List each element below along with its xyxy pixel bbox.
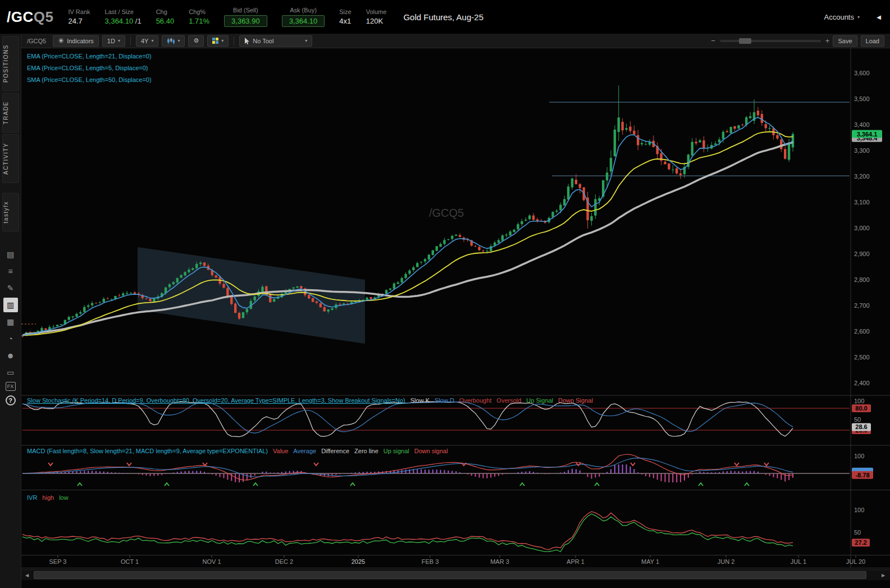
chevron-down-icon: ▾: [221, 38, 223, 43]
symbol-title: /GCQ5: [7, 8, 53, 26]
scrollbar-thumb[interactable]: [34, 571, 866, 579]
left-sidebar: POSITIONS TRADE ACTIVITY tastyfx ▤≡✎▥▦◔☻…: [0, 34, 21, 588]
cursor-icon: [244, 38, 250, 44]
down-signal-arrow: [734, 463, 739, 466]
svg-text:SEP 3: SEP 3: [49, 558, 67, 565]
svg-text:-8.78: -8.78: [855, 472, 869, 478]
svg-text:APR 1: APR 1: [567, 558, 585, 565]
layout-grid-dropdown[interactable]: ▾: [207, 35, 229, 47]
bid-button[interactable]: 3,363.90: [224, 15, 267, 27]
toolbar-divider: [234, 37, 234, 45]
zoom-slider[interactable]: [720, 40, 821, 42]
chevron-down-icon: ▾: [151, 38, 153, 43]
stochastic-label-row: Slow Stochastic (K Period=14, D Period=9…: [27, 397, 593, 404]
up-signal-arrow: [595, 483, 599, 486]
up-signal-arrow: [699, 483, 703, 486]
chart-type-dropdown[interactable]: ▾: [162, 35, 185, 47]
scroll-right-icon[interactable]: ▶: [878, 573, 889, 578]
fx-icon[interactable]: FX: [6, 382, 16, 391]
zoom-out-icon[interactable]: −: [711, 37, 715, 45]
study-label-ivr[interactable]: IVR: [27, 494, 37, 501]
study-label-ema5[interactable]: EMA (Price=CLOSE, Length=5, Displace=0): [27, 65, 148, 71]
study-label-stochastic[interactable]: Slow Stochastic (K Period=14, D Period=9…: [27, 397, 405, 404]
slow-k-line: [22, 402, 793, 436]
field-iv-rank: IV Rank 24.7: [68, 8, 90, 25]
ivr-label-row: IVR highlow: [27, 494, 69, 501]
sidebar-tab-trade[interactable]: TRADE: [2, 93, 19, 133]
svg-text:FEB 3: FEB 3: [422, 558, 439, 565]
svg-text:2,800: 2,800: [854, 276, 870, 283]
down-signal-arrow: [203, 463, 207, 466]
legend-item: Oversold: [496, 397, 521, 404]
drawing-tool-dropdown[interactable]: No Tool ▾: [239, 35, 312, 47]
sidebar-tab-activity[interactable]: ACTIVITY: [2, 134, 19, 183]
ask-button[interactable]: 3,364.10: [282, 15, 325, 27]
zoom-control: − +: [711, 37, 829, 45]
svg-text:JUN 2: JUN 2: [718, 558, 735, 565]
field-last-size: Last / Size 3,364.10 /1: [105, 8, 142, 25]
svg-text:3,100: 3,100: [854, 199, 870, 206]
ivr-legend: highlow: [37, 494, 68, 501]
clock-icon[interactable]: ◔: [3, 331, 18, 346]
down-signal-arrow: [127, 463, 131, 466]
up-signal-arrow: [77, 483, 82, 486]
svg-text:3,500: 3,500: [854, 95, 870, 102]
sidebar-tab-tastyfx[interactable]: tastyfx: [2, 193, 19, 231]
zoom-slider-thumb[interactable]: [739, 38, 751, 44]
quote-header: /GCQ5 IV Rank 24.7 Last / Size 3,364.10 …: [0, 0, 890, 34]
up-signal-arrow: [520, 483, 524, 486]
svg-text:100: 100: [854, 507, 864, 513]
scroll-left-icon[interactable]: ◀: [21, 573, 33, 578]
chart-icon[interactable]: ▥: [3, 298, 18, 312]
monitor-icon[interactable]: ▭: [3, 365, 18, 380]
community-icon[interactable]: ☻: [3, 348, 18, 363]
study-label-macd[interactable]: MACD (Fast length=8, Slow length=21, MAC…: [27, 448, 268, 454]
down-signal-arrow: [764, 463, 769, 466]
svg-text:50: 50: [854, 529, 861, 536]
svg-text:50: 50: [854, 416, 861, 423]
legend-item: Overbought: [459, 397, 491, 404]
svg-text:80.0: 80.0: [855, 405, 867, 412]
help-icon[interactable]: ?: [6, 395, 16, 405]
svg-text:2,700: 2,700: [854, 302, 870, 309]
svg-text:2,900: 2,900: [854, 250, 870, 257]
down-signal-arrow: [576, 463, 581, 466]
svg-text:2025: 2025: [352, 558, 365, 565]
svg-text:100: 100: [854, 453, 864, 459]
accounts-menu[interactable]: Accounts ▾: [824, 13, 860, 21]
price-chart-svg[interactable]: /GCQ52,4002,5002,6002,7002,8002,9003,000…: [21, 48, 890, 588]
up-signal-arrow: [253, 483, 258, 486]
save-button[interactable]: Save: [833, 35, 857, 47]
study-label-sma50[interactable]: SMA (Price=CLOSE, Length=50, Displace=0): [27, 76, 152, 83]
watchlist-icon[interactable]: ≡: [3, 264, 18, 279]
sidebar-tab-positions[interactable]: POSITIONS: [2, 36, 19, 91]
chart-area[interactable]: /GCQ52,4002,5002,6002,7002,8002,9003,000…: [21, 48, 890, 588]
legend-item: Difference: [321, 448, 349, 454]
up-signal-arrow: [745, 483, 749, 486]
study-label-ema21[interactable]: EMA (Price=CLOSE, Length=21, Displace=0): [27, 53, 152, 60]
grid-gadget-icon[interactable]: ▦: [3, 314, 18, 329]
axis-bubble: 27.2: [852, 539, 870, 546]
legend-item: low: [59, 494, 69, 501]
legend-item: Up signal: [384, 448, 409, 454]
load-button[interactable]: Load: [861, 35, 884, 47]
chevron-down-icon: ▾: [857, 15, 860, 20]
timeframe-dropdown[interactable]: 1D ▾: [102, 35, 125, 47]
legend-item: Value: [273, 448, 288, 454]
slow-d-line: [22, 402, 793, 434]
time-scrollbar[interactable]: ◀ ▶: [21, 569, 890, 580]
svg-text:JUL 1: JUL 1: [791, 558, 806, 565]
legend-item: high: [42, 494, 54, 501]
report-icon[interactable]: ▤: [3, 247, 18, 262]
chevron-down-icon: ▾: [305, 38, 307, 43]
macd-label-row: MACD (Fast length=8, Slow length=21, MAC…: [27, 448, 448, 454]
axis-bubble: 28.6: [852, 423, 871, 431]
analyze-icon[interactable]: ✎: [3, 281, 18, 295]
indicators-button[interactable]: ✳ Indicators: [53, 35, 99, 47]
collapse-panel-button[interactable]: ◀: [874, 11, 883, 22]
svg-text:DEC 2: DEC 2: [275, 558, 293, 565]
chart-settings-button[interactable]: ⚙: [188, 35, 204, 47]
zoom-in-icon[interactable]: +: [825, 37, 830, 45]
range-dropdown[interactable]: 4Y ▾: [136, 35, 158, 47]
chevron-down-icon: ▾: [177, 38, 180, 43]
